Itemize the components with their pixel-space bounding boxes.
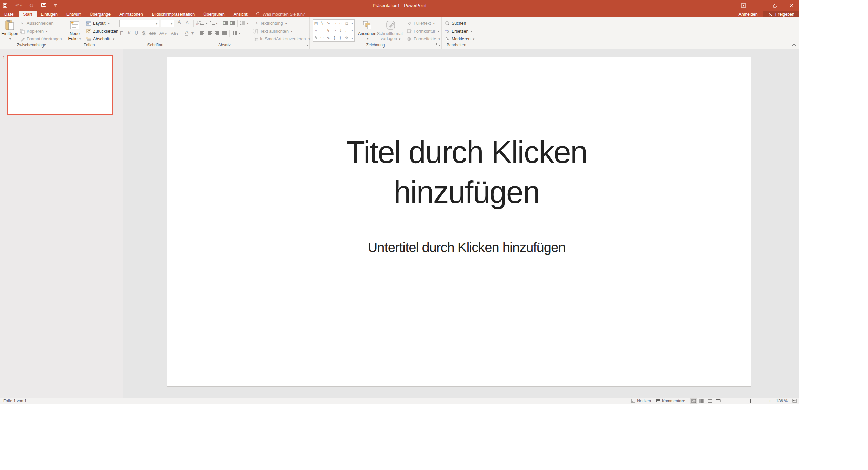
quick-styles-button[interactable]: Schnellformat- vorlagen ▾ (377, 19, 404, 42)
minimize-icon[interactable] (751, 0, 767, 11)
font-size-dropdown-icon[interactable]: ▾ (169, 22, 174, 25)
copy-button[interactable]: Kopieren ▾ (20, 27, 48, 35)
align-left-icon[interactable] (199, 30, 205, 36)
zoom-out-button[interactable]: − (727, 398, 729, 404)
shape-cell[interactable]: ◠ (319, 34, 325, 41)
underline-button[interactable]: U (135, 29, 138, 36)
character-spacing-button[interactable]: AV▾ (159, 29, 167, 36)
tab-uebergaenge[interactable]: Übergänge (85, 11, 115, 17)
zoom-in-button[interactable]: + (769, 398, 771, 404)
font-size-combobox[interactable]: ▾ (161, 20, 174, 27)
slide-canvas[interactable]: Titel durch Klicken hinzufügen Untertite… (167, 57, 751, 386)
shape-cell[interactable]: ○ (337, 20, 343, 27)
shape-cell[interactable]: ⇨ (331, 27, 337, 34)
title-placeholder[interactable]: Titel durch Klicken hinzufügen (241, 113, 692, 231)
shape-cell[interactable]: ⌐ (343, 27, 350, 34)
shape-effects-button[interactable]: Formeffekte ▾ (407, 35, 440, 43)
subtitle-placeholder[interactable]: Untertitel durch Klicken hinzufügen (241, 238, 692, 317)
redo-icon[interactable]: ↻ (29, 3, 34, 9)
select-button[interactable]: Markieren ▾ (445, 35, 474, 43)
drawing-dialog-launcher-icon[interactable] (436, 43, 440, 47)
cut-button[interactable]: ✂ Ausschneiden (20, 20, 54, 27)
align-right-icon[interactable] (214, 30, 220, 36)
new-slide-button[interactable]: Neue Folie ▾ (66, 19, 83, 42)
arrange-button[interactable]: Anordnen ▾ (358, 19, 377, 41)
share-button[interactable]: Freigeben (763, 11, 799, 17)
justify-icon[interactable] (222, 30, 227, 36)
tab-ueberpruefen[interactable]: Überprüfen (199, 11, 229, 17)
slide-thumbnail[interactable] (7, 55, 113, 115)
align-text-button[interactable]: Text ausrichten ▾ (253, 27, 293, 35)
tab-start[interactable]: Start (19, 11, 36, 17)
shape-fill-button[interactable]: Fülleffekt ▾ (407, 20, 435, 27)
tab-einfuegen[interactable]: Einfügen (37, 11, 62, 17)
tab-datei[interactable]: Datei (0, 11, 19, 17)
shape-cell[interactable]: ✎ (313, 34, 319, 41)
numbering-icon[interactable] (210, 20, 215, 26)
customize-qat-icon[interactable]: ▾ (54, 4, 57, 7)
shape-outline-button[interactable]: Formkontur ▾ (407, 27, 439, 35)
line-spacing-dropdown-icon[interactable]: ▾ (247, 22, 249, 25)
zoom-level[interactable]: 136 % (776, 399, 788, 403)
clipboard-dialog-launcher-icon[interactable] (58, 43, 62, 47)
font-name-dropdown-icon[interactable]: ▾ (154, 22, 159, 25)
shape-cell[interactable]: } (337, 34, 343, 41)
decrease-indent-icon[interactable] (222, 20, 228, 26)
text-shadow-button[interactable]: S (142, 29, 145, 36)
convert-smartart-button[interactable]: In SmartArt konvertieren ▾ (253, 35, 310, 43)
shape-cell[interactable]: ▭ (331, 20, 337, 27)
find-button[interactable]: Suchen (445, 20, 466, 27)
numbering-dropdown-icon[interactable]: ▾ (216, 22, 218, 25)
paragraph-dialog-launcher-icon[interactable] (304, 43, 308, 47)
gallery-more-icon[interactable]: ▾ (350, 34, 354, 41)
shape-cell[interactable]: △ (313, 27, 319, 34)
strikethrough-button[interactable]: abc (149, 29, 156, 36)
font-color-dropdown-icon[interactable]: ▾ (191, 29, 194, 36)
shrink-font-button[interactable]: Aˇ (186, 20, 190, 25)
close-icon[interactable] (783, 0, 799, 11)
section-button[interactable]: Abschnitt ▾ (86, 35, 114, 43)
gallery-scroll-up-icon[interactable]: ▴ (350, 20, 354, 27)
italic-button[interactable]: K (127, 29, 131, 36)
restore-icon[interactable] (767, 0, 783, 11)
reading-view-button[interactable] (706, 398, 714, 404)
tab-animationen[interactable]: Animationen (115, 11, 147, 17)
change-case-button[interactable]: Aa▾ (171, 29, 178, 36)
increase-indent-icon[interactable] (230, 20, 235, 26)
comments-button[interactable]: Kommentare (656, 398, 685, 404)
shape-cell[interactable]: ⇩ (337, 27, 343, 34)
slide-sorter-view-button[interactable] (698, 398, 706, 404)
tab-bildschirmpraesentation[interactable]: Bildschirmpräsentation (147, 11, 199, 17)
font-name-combobox[interactable]: ▾ (119, 20, 159, 27)
shape-cell[interactable]: ∿ (325, 34, 331, 41)
text-direction-button[interactable]: A Textrichtung ▾ (253, 20, 287, 27)
shape-cell[interactable]: ▤ (313, 20, 319, 27)
grow-font-button[interactable]: Aˆ (178, 19, 182, 25)
shape-cell[interactable]: □ (343, 20, 350, 27)
paste-button[interactable]: Einfügen ▾ (2, 19, 18, 41)
layout-button[interactable]: Layout ▾ (86, 20, 110, 27)
line-spacing-icon[interactable] (240, 20, 245, 26)
columns-dropdown-icon[interactable]: ▾ (239, 32, 240, 35)
slideshow-view-button[interactable] (714, 398, 722, 404)
tab-entwurf[interactable]: Entwurf (62, 11, 85, 17)
sign-in-button[interactable]: Anmelden (733, 11, 763, 17)
shape-cell[interactable]: ↘ (325, 20, 331, 27)
format-painter-button[interactable]: Format übertragen (20, 35, 62, 43)
ribbon-display-options-icon[interactable] (735, 0, 751, 11)
bullets-dropdown-icon[interactable]: ▾ (206, 22, 208, 25)
bold-button[interactable]: F (120, 29, 123, 36)
save-icon[interactable] (3, 3, 8, 8)
shape-cell[interactable]: ☆ (343, 34, 350, 41)
zoom-slider[interactable] (732, 398, 766, 404)
align-center-icon[interactable] (207, 30, 212, 36)
reset-button[interactable]: Zurücksetzen (86, 27, 118, 35)
replace-button[interactable]: abac Ersetzen ▾ (445, 27, 472, 35)
shape-cell[interactable]: ╲ (319, 20, 325, 27)
collapse-ribbon-icon[interactable] (792, 43, 796, 46)
tell-me-box[interactable]: Was möchten Sie tun? (252, 11, 309, 17)
shape-cell[interactable]: ↳ (325, 27, 331, 34)
zoom-slider-handle[interactable] (750, 399, 751, 403)
tab-ansicht[interactable]: Ansicht (229, 11, 252, 17)
bullets-icon[interactable] (199, 20, 205, 26)
